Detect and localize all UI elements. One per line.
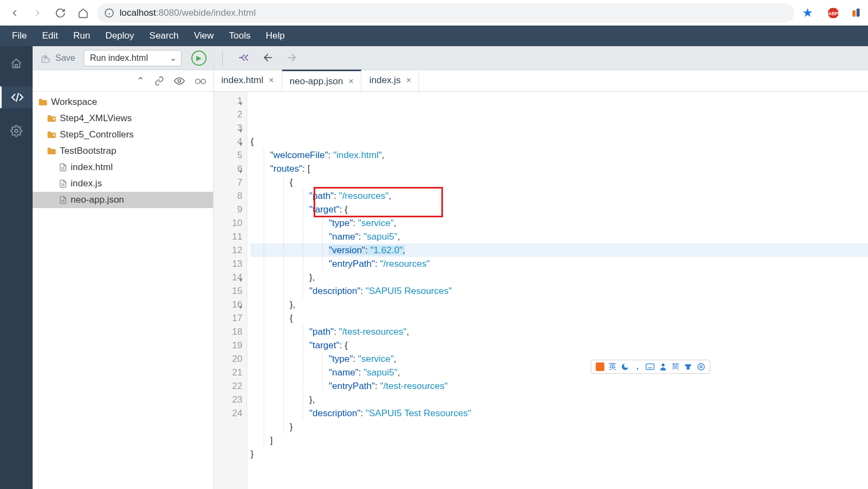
tree-label: Step4_XMLViews	[60, 113, 132, 124]
ime-comma-icon[interactable]: ，	[634, 362, 641, 372]
app-menu-bar: FileEditRunDeploySearchViewToolsHelp	[0, 26, 868, 46]
code-editor[interactable]: 1▼23▼4▼56▼7891011121314▼1516▼17181920212…	[214, 92, 868, 489]
editor-toolbar	[214, 46, 868, 70]
chevron-down-icon: ⌄	[170, 53, 177, 63]
ime-toolbar[interactable]: 英 ， 简	[591, 360, 710, 374]
info-icon	[104, 8, 114, 18]
menu-tools[interactable]: Tools	[221, 26, 258, 46]
ime-moon-icon[interactable]	[621, 362, 629, 371]
tree-workspace[interactable]: Workspace	[33, 94, 213, 110]
file-icon	[59, 163, 67, 172]
run-config-select[interactable]: Run index.html ⌄	[84, 50, 182, 66]
svg-rect-5	[852, 10, 855, 17]
close-icon[interactable]: ×	[406, 76, 411, 85]
svg-point-31	[661, 363, 664, 366]
extension-icon[interactable]	[850, 7, 863, 20]
file-icon	[59, 179, 67, 188]
collapse-icon[interactable]: ⌃	[136, 75, 145, 87]
menu-search[interactable]: Search	[142, 26, 186, 46]
svg-line-8	[16, 93, 18, 102]
address-bar[interactable]: localhost:8080/webide/index.html	[97, 3, 794, 23]
editor-tab[interactable]: neo-app.json×	[282, 70, 362, 91]
tree-label: Workspace	[51, 97, 97, 108]
tree-folder[interactable]: TestBootstrap	[33, 143, 213, 159]
tree-label: neo-app.json	[71, 195, 124, 205]
file-tree: Workspace+Step4_XMLViews+Step5_Controlle…	[33, 92, 213, 210]
svg-rect-6	[857, 8, 860, 16]
git-branch-icon[interactable]	[238, 52, 250, 64]
explorer-actions: ⌃	[33, 70, 213, 92]
tree-folder[interactable]: +Step5_Controllers	[33, 127, 213, 143]
nav-back[interactable]	[5, 4, 24, 22]
menu-edit[interactable]: Edit	[34, 26, 65, 46]
ime-lang-en[interactable]: 英	[609, 362, 616, 372]
rail-home-icon[interactable]	[5, 53, 27, 74]
ime-person-icon[interactable]	[659, 362, 667, 371]
svg-point-12	[196, 79, 200, 83]
ime-keyboard-icon[interactable]	[646, 362, 654, 371]
ime-settings-icon[interactable]	[697, 362, 705, 371]
tree-label: index.html	[71, 162, 113, 173]
divider	[222, 51, 223, 66]
editor-tab[interactable]: index.js×	[361, 70, 419, 91]
adblock-icon[interactable]: ABP	[827, 7, 840, 20]
run-config-label: Run index.html	[90, 53, 148, 63]
ime-logo-icon	[596, 362, 604, 371]
svg-point-13	[201, 79, 205, 83]
menu-file[interactable]: File	[4, 26, 34, 46]
tree-label: Step5_Controllers	[60, 129, 134, 140]
menu-run[interactable]: Run	[66, 26, 98, 46]
tab-label: index.js	[369, 75, 401, 86]
browser-toolbar: localhost:8080/webide/index.html ★ ABP	[0, 0, 868, 26]
tab-label: neo-app.json	[290, 76, 343, 87]
url-text: localhost:8080/webide/index.html	[120, 8, 255, 18]
explorer-toolbar: Save Run index.html ⌄ ▶	[33, 46, 213, 70]
rail-settings-icon[interactable]	[5, 120, 27, 142]
folder-open-icon	[38, 98, 48, 106]
folder-icon: +	[47, 130, 57, 139]
rail-dev-icon[interactable]	[0, 86, 33, 108]
svg-text:+: +	[53, 117, 55, 122]
menu-view[interactable]: View	[186, 26, 222, 46]
svg-rect-25	[646, 364, 654, 370]
editor-tabs: index.html×neo-app.json×index.js×	[214, 70, 868, 92]
close-icon[interactable]: ×	[348, 77, 353, 86]
nav-reload[interactable]	[51, 4, 70, 22]
folder-icon: +	[47, 114, 57, 123]
svg-rect-7	[15, 65, 17, 68]
editor-column: index.html×neo-app.json×index.js× 1▼23▼4…	[214, 46, 868, 489]
run-play-button[interactable]: ▶	[191, 51, 207, 66]
activity-rail	[0, 46, 33, 489]
tree-folder[interactable]: +Step4_XMLViews	[33, 110, 213, 127]
tree-file[interactable]: index.html	[33, 159, 213, 175]
arrow-right-icon[interactable]	[286, 52, 298, 64]
line-gutter: 1▼23▼4▼56▼7891011121314▼1516▼17181920212…	[214, 92, 247, 489]
svg-text:ABP: ABP	[828, 11, 838, 16]
arrow-left-icon[interactable]	[262, 52, 274, 64]
tab-label: index.html	[221, 75, 263, 86]
ime-lang-cn[interactable]: 简	[672, 362, 679, 372]
file-explorer: Save Run index.html ⌄ ▶ ⌃ Workspace+Step…	[33, 46, 214, 489]
save-button[interactable]: Save	[39, 53, 75, 63]
glasses-icon[interactable]	[195, 77, 207, 85]
menu-deploy[interactable]: Deploy	[98, 26, 142, 46]
svg-point-11	[178, 79, 181, 82]
folder-icon	[47, 147, 57, 155]
tree-label: TestBootstrap	[60, 146, 116, 156]
tree-label: index.js	[71, 178, 102, 189]
tree-file[interactable]: neo-app.json	[33, 192, 213, 208]
eye-icon[interactable]	[174, 76, 185, 86]
svg-text:+: +	[53, 133, 55, 138]
ime-skin-icon[interactable]	[684, 362, 692, 371]
file-icon	[59, 196, 67, 204]
close-icon[interactable]: ×	[268, 76, 273, 85]
link-icon[interactable]	[154, 76, 164, 86]
tree-file[interactable]: index.js	[33, 175, 213, 192]
editor-tab[interactable]: index.html×	[214, 70, 282, 91]
code-body[interactable]: {"welcomeFile": "index.html","routes": […	[247, 92, 868, 489]
save-label: Save	[55, 53, 75, 63]
nav-home[interactable]	[74, 4, 92, 22]
nav-forward[interactable]	[28, 4, 47, 22]
menu-help[interactable]: Help	[258, 26, 292, 46]
bookmark-star-icon[interactable]: ★	[798, 4, 817, 22]
